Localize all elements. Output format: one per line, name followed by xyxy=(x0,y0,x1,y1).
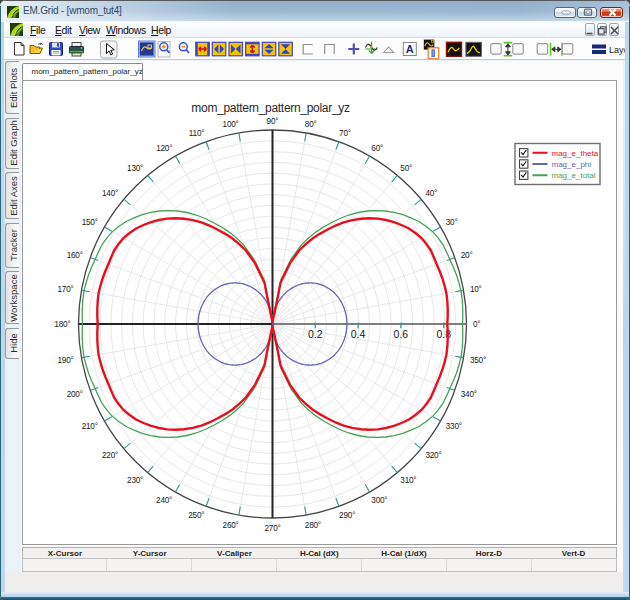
svg-text:330°: 330° xyxy=(445,422,461,431)
svg-text:320°: 320° xyxy=(425,451,441,460)
svg-text:A: A xyxy=(406,43,414,55)
svg-text:mag_e_total: mag_e_total xyxy=(551,171,595,180)
svg-text:270°: 270° xyxy=(264,524,280,533)
svg-text:260°: 260° xyxy=(222,521,238,530)
svg-text:120°: 120° xyxy=(156,144,172,153)
svg-text:160°: 160° xyxy=(66,251,82,260)
svg-text:10°: 10° xyxy=(469,285,481,294)
svg-text:130°: 130° xyxy=(127,164,143,173)
svg-text:250°: 250° xyxy=(188,511,204,520)
svg-text:50°: 50° xyxy=(400,164,412,173)
svg-text:20°: 20° xyxy=(460,251,472,260)
svg-text:70°: 70° xyxy=(339,129,351,138)
svg-text:110°: 110° xyxy=(188,129,204,138)
svg-text:350°: 350° xyxy=(469,356,485,365)
svg-text:200°: 200° xyxy=(66,390,82,399)
svg-text:190°: 190° xyxy=(57,356,73,365)
svg-text:0.2: 0.2 xyxy=(307,328,322,340)
svg-text:mag_e_theta: mag_e_theta xyxy=(551,149,598,158)
svg-text:30°: 30° xyxy=(445,218,457,227)
svg-text:170°: 170° xyxy=(57,285,73,294)
svg-text:0.6: 0.6 xyxy=(393,328,408,340)
svg-text:100°: 100° xyxy=(222,120,238,129)
svg-text:290°: 290° xyxy=(339,511,355,520)
svg-text:40°: 40° xyxy=(425,189,437,198)
svg-text:mom_pattern_pattern_polar_yz: mom_pattern_pattern_polar_yz xyxy=(191,101,350,115)
svg-text:90°: 90° xyxy=(266,117,278,126)
svg-text:340°: 340° xyxy=(460,390,476,399)
svg-text:300°: 300° xyxy=(371,496,387,505)
svg-text:150°: 150° xyxy=(81,218,97,227)
svg-text:mag_e_phi: mag_e_phi xyxy=(551,160,591,169)
svg-text:0.4: 0.4 xyxy=(350,328,365,340)
svg-text:140°: 140° xyxy=(101,189,117,198)
svg-text:230°: 230° xyxy=(127,476,143,485)
svg-text:310°: 310° xyxy=(400,476,416,485)
svg-text:240°: 240° xyxy=(156,496,172,505)
svg-text:0.8: 0.8 xyxy=(436,328,451,340)
svg-text:220°: 220° xyxy=(101,451,117,460)
svg-text:80°: 80° xyxy=(304,120,316,129)
svg-text:210°: 210° xyxy=(81,422,97,431)
svg-text:60°: 60° xyxy=(371,144,383,153)
svg-text:280°: 280° xyxy=(304,521,320,530)
svg-text:180°: 180° xyxy=(54,320,70,329)
svg-text:0°: 0° xyxy=(473,320,480,329)
